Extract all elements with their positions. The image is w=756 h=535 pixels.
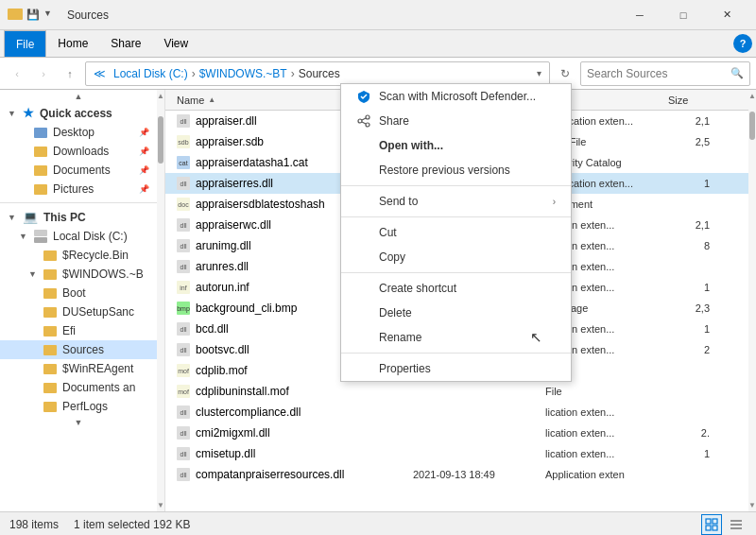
table-row[interactable]: dllcmi2migxml.dll lication exten... 2. (165, 423, 748, 443)
address-path[interactable]: ≪ Local Disk (C:) › $WINDOWS.~BT › Sourc… (85, 61, 550, 86)
ctx-item-create-shortcut[interactable]: Create shortcut (341, 276, 571, 301)
file-scroll-down-btn[interactable]: ▼ (748, 499, 756, 511)
desktop-pin-icon: 📌 (139, 128, 149, 137)
minimize-button[interactable]: ─ (618, 0, 662, 30)
sidebar-scrollbar[interactable]: ▲ ▼ (157, 90, 164, 511)
refresh-button[interactable]: ↻ (554, 62, 576, 85)
search-box[interactable]: 🔍 (580, 61, 750, 86)
up-button[interactable]: ↑ (59, 62, 81, 85)
path-sources[interactable]: Sources (299, 67, 340, 80)
ctx-item-copy[interactable]: Copy (341, 245, 571, 269)
table-row[interactable]: dllclustercompliance.dll lication exten.… (165, 402, 748, 423)
downloads-folder-icon (34, 147, 47, 157)
svg-line-4 (362, 122, 366, 124)
sidebar-item-desktop[interactable]: Desktop 📌 (0, 123, 157, 142)
back-button[interactable]: ‹ (6, 62, 28, 85)
ctx-item-send-to[interactable]: Send to › (341, 189, 571, 214)
sidebar-item-dusetupsanc[interactable]: DUSetupSanc (0, 302, 157, 321)
ctx-item-rename[interactable]: Rename ↖ (341, 325, 571, 350)
sidebar-item-local-disk[interactable]: ▼ Local Disk (C:) (0, 227, 157, 246)
file-name-text: cmi2migxml.dll (196, 426, 270, 440)
file-name-text: cdplib.mof (196, 364, 248, 377)
file-type: Application exten (538, 469, 661, 480)
svg-point-0 (366, 115, 369, 119)
grid-view-icon (705, 518, 718, 531)
sidebar-this-pc[interactable]: ▼ 💻 This PC (0, 207, 157, 227)
ctx-item-cut[interactable]: Cut (341, 220, 571, 245)
file-scroll-thumb[interactable] (749, 112, 755, 140)
file-scroll-up-btn[interactable]: ▲ (748, 90, 756, 102)
sidebar-item-boot[interactable]: Boot (0, 284, 157, 302)
sidebar-item-documents2[interactable]: Documents an (0, 378, 157, 397)
sidebar-item-recycle-bin[interactable]: $Recycle.Bin (0, 246, 157, 265)
path-local-disk[interactable]: Local Disk (C:) (113, 67, 188, 80)
local-disk-expand: ▼ (19, 232, 28, 241)
sidebar-item-windows-bt[interactable]: ▼ $WINDOWS.~B (0, 265, 157, 284)
file-size: 2,5 (661, 136, 717, 147)
sidebar-item-documents[interactable]: Documents 📌 (0, 161, 157, 180)
copy-icon (356, 250, 371, 265)
file-icon-dll: dll (177, 322, 190, 336)
sidebar-quick-access[interactable]: ▼ ★ Quick access (0, 103, 157, 123)
sidebar-scroll-down-btn[interactable]: ▼ (157, 499, 164, 511)
docs2-folder-icon (43, 383, 57, 393)
defender-icon (356, 89, 371, 104)
sidebar-item-efi[interactable]: Efi (0, 321, 157, 340)
pictures-label: Pictures (53, 182, 94, 196)
sidebar: ▲ ▼ ★ Quick access Desktop 📌 Downloads 📌 (0, 90, 165, 511)
view-list-button[interactable] (726, 514, 747, 535)
sidebar-item-perflogs[interactable]: PerfLogs (0, 397, 157, 416)
sidebar-scroll-down[interactable]: ▼ (0, 416, 157, 429)
sidebar-item-sources[interactable]: Sources (0, 340, 157, 359)
tab-view[interactable]: View (152, 30, 199, 57)
ctx-properties-label: Properties (379, 362, 431, 375)
sidebar-scroll-up[interactable]: ▲ (0, 90, 157, 103)
this-pc-icon: 💻 (23, 210, 38, 224)
svg-rect-7 (706, 526, 711, 530)
ctx-item-scan-defender[interactable]: Scan with Microsoft Defender... (341, 84, 571, 109)
rename-icon (356, 330, 371, 345)
ctx-item-delete[interactable]: Delete (341, 301, 571, 325)
path-dropdown-arrow[interactable]: ▾ (537, 68, 541, 78)
ctx-send-to-label: Send to (379, 195, 418, 208)
ctx-delete-label: Delete (379, 306, 412, 319)
path-windows-bt[interactable]: $WINDOWS.~BT (199, 67, 287, 80)
ctx-shortcut-label: Create shortcut (379, 282, 456, 295)
ctx-item-restore[interactable]: Restore previous versions (341, 158, 571, 182)
file-date: 2021-09-13 18:49 (405, 469, 538, 480)
pictures-pin-icon: 📌 (139, 184, 149, 194)
mouse-cursor-icon: ↖ (530, 329, 542, 346)
ctx-item-open-with[interactable]: Open with... (341, 133, 571, 158)
col-header-size[interactable]: Size (661, 95, 717, 106)
close-button[interactable]: ✕ (705, 0, 748, 30)
quick-access-arrow[interactable]: ▼ (43, 9, 52, 21)
file-icon-generic: doc (177, 198, 190, 211)
table-row[interactable]: dllcompatanpraiserresources.dll 2021-09-… (165, 464, 748, 485)
sidebar-scroll-thumb[interactable] (158, 116, 163, 164)
help-button[interactable]: ? (733, 34, 752, 53)
tab-home[interactable]: Home (46, 30, 99, 57)
svg-point-1 (366, 123, 369, 127)
sidebar-item-winreagent[interactable]: $WinREAgent (0, 359, 157, 378)
file-name-text: cdplibuninstall.mof (196, 385, 289, 398)
file-type: lication exten... (538, 427, 661, 439)
table-row[interactable]: dllcmisetup.dll lication exten... 1 (165, 443, 748, 464)
forward-button[interactable]: › (32, 62, 55, 85)
share-icon (356, 113, 371, 129)
ctx-item-share[interactable]: Share (341, 109, 571, 133)
tab-file[interactable]: File (4, 30, 46, 57)
view-grid-button[interactable] (701, 514, 722, 535)
sidebar-item-downloads[interactable]: Downloads 📌 (0, 142, 157, 161)
sidebar-scroll-up-btn[interactable]: ▲ (157, 90, 164, 102)
dusetup-folder-icon (43, 307, 57, 318)
table-row[interactable]: mofcdplibuninstall.mof File (165, 381, 748, 402)
file-list-scrollbar[interactable]: ▲ ▼ (748, 90, 756, 511)
sidebar-item-pictures[interactable]: Pictures 📌 (0, 180, 157, 198)
sources-label: Sources (62, 343, 104, 356)
maximize-button[interactable]: □ (662, 0, 705, 30)
path-part-1[interactable]: ≪ (94, 67, 106, 80)
search-input[interactable] (587, 67, 730, 80)
tab-share[interactable]: Share (99, 30, 152, 57)
quick-access-save[interactable]: 💾 (26, 9, 40, 21)
ctx-item-properties[interactable]: Properties (341, 356, 571, 381)
